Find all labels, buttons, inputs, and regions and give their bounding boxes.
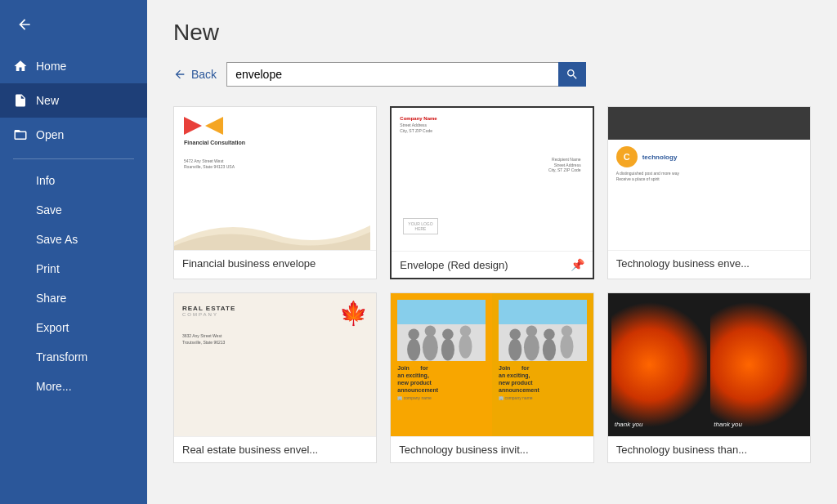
back-arrow-icon	[173, 68, 186, 81]
template-preview-tech-thank: thank you thank you	[608, 293, 810, 436]
svg-point-4	[441, 339, 454, 361]
template-name-tech-invite: Technology business invit...	[399, 444, 528, 456]
pin-icon[interactable]: 📌	[571, 258, 584, 271]
template-name-realestate: Real estate business envel...	[182, 444, 318, 456]
sidebar-item-new-label: New	[36, 94, 59, 107]
tech-dark-bar	[608, 107, 810, 140]
svg-point-15	[562, 325, 572, 336]
svg-point-9	[509, 328, 520, 339]
thank-text-left: thank you	[615, 421, 643, 428]
template-footer-tech-thank: Technology business than...	[608, 436, 810, 462]
invite-left-panel: Join US foran exciting,new productannoun…	[391, 293, 492, 436]
svg-point-1	[409, 328, 419, 339]
sidebar-item-open[interactable]: Open	[0, 118, 147, 152]
search-icon	[566, 68, 579, 81]
thank-cell-left: thank you	[611, 297, 708, 433]
tech-content: C technology A distinguished post and mo…	[608, 140, 810, 189]
sidebar-divider	[13, 158, 134, 159]
svg-point-6	[459, 334, 472, 359]
template-card-financial[interactable]: Financial Consultation 5472 Any Street W…	[173, 106, 377, 279]
home-icon	[13, 59, 28, 74]
template-name-financial: Financial business envelope	[182, 257, 316, 270]
template-footer-envelope-red: Envelope (Red design) 📌	[392, 251, 592, 278]
logo-shape-red	[184, 117, 202, 135]
financial-wave	[174, 209, 370, 250]
svg-point-13	[544, 328, 554, 339]
people-photo-left	[397, 300, 486, 361]
tech-logo-circle: C	[616, 146, 638, 167]
new-doc-icon	[13, 93, 28, 108]
sidebar: Home New Open Info Save Save As Print Sh…	[0, 0, 147, 504]
template-preview-tech-env: C technology A distinguished post and mo…	[608, 107, 810, 250]
main-content: New Back Financial	[147, 0, 837, 504]
sidebar-item-home[interactable]: Home	[0, 49, 147, 83]
search-input[interactable]	[226, 62, 586, 87]
invite-text-left: Join US foran exciting,new productannoun…	[397, 364, 438, 394]
template-card-envelope-red[interactable]: Company Name Street AddressCity, ST ZIP …	[390, 106, 593, 279]
svg-point-5	[443, 328, 454, 339]
template-preview-envelope-red: Company Name Street AddressCity, ST ZIP …	[392, 108, 592, 251]
search-wrapper	[226, 62, 586, 87]
svg-point-10	[524, 334, 539, 360]
template-card-tech-env[interactable]: C technology A distinguished post and mo…	[607, 106, 811, 279]
tech-tagline: A distinguished post and more wayReceive…	[616, 171, 802, 182]
template-preview-tech-invite: Join US foran exciting,new productannoun…	[391, 293, 593, 436]
svg-point-3	[425, 325, 436, 336]
sidebar-item-save[interactable]: Save	[0, 195, 147, 225]
thank-cell-right: thank you	[710, 297, 807, 433]
search-back-link[interactable]: Back	[173, 68, 217, 81]
sidebar-item-more[interactable]: More...	[0, 372, 147, 401]
template-preview-realestate: 🍁 REAL ESTATE COMPANY 3632 Any Street We…	[174, 293, 376, 436]
sidebar-item-transform[interactable]: Transform	[0, 342, 147, 372]
template-name-envelope-red: Envelope (Red design)	[400, 259, 508, 271]
env-sender-address: Street AddressCity, ST ZIP Code	[400, 123, 584, 133]
invite-text-right: Join US foran exciting,new productannoun…	[499, 364, 587, 394]
financial-address: 5472 Any Street West Roanville, State 94…	[184, 158, 366, 170]
sidebar-item-share[interactable]: Share	[0, 283, 147, 313]
search-bar: Back	[173, 62, 811, 87]
env-logo-placeholder: YOUR LOGOHERE	[403, 218, 437, 234]
invite-logo-right: 🏢 company name	[499, 395, 587, 400]
open-icon	[13, 127, 28, 142]
logo-shape-orange	[205, 117, 223, 135]
templates-grid: Financial Consultation 5472 Any Street W…	[173, 106, 811, 463]
env-company-name: Company Name	[400, 116, 584, 121]
env-recipient: Recipient NameStreet AddressCity, ST ZIP…	[548, 157, 581, 173]
svg-point-12	[543, 339, 556, 361]
template-footer-financial: Financial business envelope	[174, 250, 376, 276]
re-address: 3632 Any Street West Troutsville, State …	[182, 333, 368, 346]
sidebar-item-new[interactable]: New	[0, 83, 147, 118]
sidebar-item-save-as[interactable]: Save As	[0, 225, 147, 254]
back-icon	[16, 16, 33, 33]
template-footer-tech-env: Technology business enve...	[608, 250, 810, 276]
template-card-realestate[interactable]: 🍁 REAL ESTATE COMPANY 3632 Any Street We…	[173, 292, 377, 463]
financial-logo	[184, 117, 366, 135]
template-card-tech-invite[interactable]: Join US foran exciting,new productannoun…	[390, 292, 593, 463]
template-preview-financial: Financial Consultation 5472 Any Street W…	[174, 107, 376, 250]
svg-point-8	[508, 339, 521, 361]
svg-point-7	[460, 325, 471, 336]
template-name-tech-env: Technology business enve...	[616, 257, 750, 270]
svg-point-11	[526, 325, 537, 336]
sidebar-item-export[interactable]: Export	[0, 313, 147, 342]
search-button[interactable]	[558, 62, 586, 87]
back-label: Back	[191, 68, 217, 81]
back-button[interactable]	[7, 7, 43, 42]
sidebar-item-home-label: Home	[36, 60, 66, 73]
page-title: New	[173, 20, 811, 46]
sidebar-item-open-label: Open	[36, 128, 64, 141]
svg-point-2	[423, 334, 438, 360]
svg-point-14	[560, 334, 573, 359]
tech-company: technology	[642, 154, 678, 161]
template-card-tech-thank[interactable]: thank you thank you Technology business …	[607, 292, 811, 463]
people-photo-right	[499, 300, 587, 361]
invite-logo-left: 🏢 company name	[397, 395, 432, 400]
invite-right-panel: Join US foran exciting,new productannoun…	[492, 293, 593, 436]
template-name-tech-thank: Technology business than...	[616, 444, 747, 456]
template-footer-realestate: Real estate business envel...	[174, 436, 376, 462]
re-leaf-icon: 🍁	[339, 300, 368, 327]
svg-point-0	[407, 339, 420, 361]
sidebar-item-print[interactable]: Print	[0, 254, 147, 283]
financial-company-name: Financial Consultation	[184, 140, 366, 145]
sidebar-item-info[interactable]: Info	[0, 166, 147, 195]
